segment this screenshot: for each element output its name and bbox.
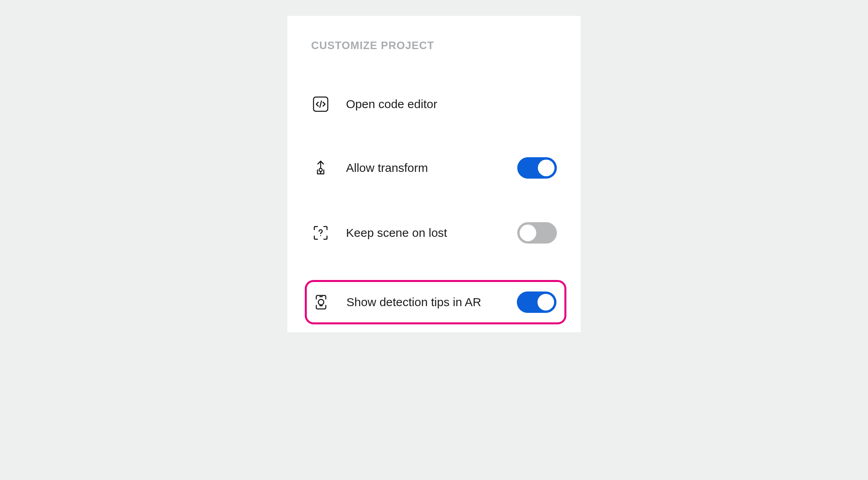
phone-bulb-icon — [312, 293, 331, 312]
show-detection-tips-toggle[interactable] — [517, 291, 556, 313]
allow-transform-label: Allow transform — [346, 161, 501, 175]
show-detection-tips-row: Show detection tips in AR — [305, 280, 566, 324]
show-detection-tips-label: Show detection tips in AR — [346, 295, 501, 309]
transform-icon — [311, 158, 330, 177]
allow-transform-toggle[interactable] — [517, 157, 557, 179]
keep-scene-on-lost-row: Keep scene on lost — [311, 215, 557, 251]
svg-point-5 — [320, 235, 321, 236]
scan-question-icon — [311, 223, 330, 242]
open-code-editor-label: Open code editor — [346, 97, 557, 111]
toggle-knob — [537, 294, 554, 310]
keep-scene-on-lost-toggle[interactable] — [517, 222, 557, 244]
customize-project-panel: CUSTOMIZE PROJECT Open code editor Allow… — [287, 16, 581, 332]
allow-transform-row: Allow transform — [311, 150, 557, 186]
section-title: CUSTOMIZE PROJECT — [311, 40, 557, 52]
toggle-knob — [538, 160, 554, 176]
code-editor-icon — [311, 95, 330, 114]
svg-line-1 — [320, 101, 321, 107]
svg-point-7 — [318, 299, 324, 305]
keep-scene-on-lost-label: Keep scene on lost — [346, 226, 501, 240]
open-code-editor-row[interactable]: Open code editor — [311, 88, 557, 121]
toggle-knob — [520, 225, 536, 241]
